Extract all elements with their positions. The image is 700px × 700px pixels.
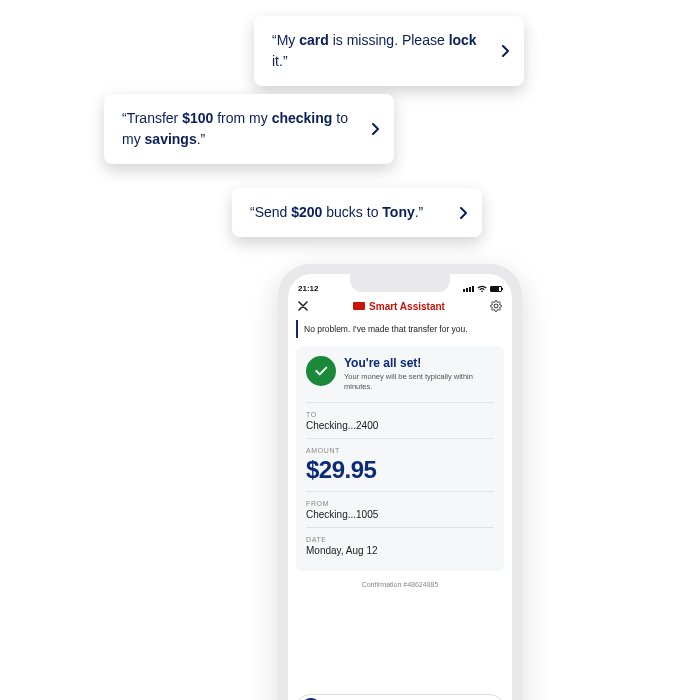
chevron-right-icon	[460, 207, 468, 219]
amount-label: AMOUNT	[306, 447, 494, 454]
chat-content: No problem. I've made that transfer for …	[288, 318, 512, 688]
to-label: TO	[306, 411, 494, 418]
from-value: Checking...1005	[306, 509, 494, 520]
battery-icon	[490, 286, 502, 292]
phone-frame: 21:12 Smart Assistant No problem. I've m…	[278, 264, 522, 700]
command-bubble-lock-card[interactable]: “My card is missing. Please lock it.”	[254, 16, 524, 86]
chevron-right-icon	[502, 45, 510, 57]
date-label: DATE	[306, 536, 494, 543]
bubble-text: “Transfer $100 from my checking to my sa…	[122, 110, 348, 147]
wifi-icon	[477, 285, 487, 293]
card-subtitle: Your money will be sent typically within…	[344, 372, 474, 392]
confirmation-number: Confirmation #48624885	[296, 581, 504, 588]
bubble-text: “My card is missing. Please lock it.”	[272, 32, 477, 69]
checkmark-icon	[306, 356, 336, 386]
row-date: DATE Monday, Aug 12	[306, 527, 494, 563]
chevron-right-icon	[372, 123, 380, 135]
row-amount: AMOUNT $29.95	[306, 438, 494, 491]
brand-flag-icon	[353, 302, 365, 310]
command-bubble-transfer[interactable]: “Transfer $100 from my checking to my sa…	[104, 94, 394, 164]
signal-icon	[463, 286, 474, 292]
to-value: Checking...2400	[306, 420, 494, 431]
assistant-message: No problem. I've made that transfer for …	[296, 320, 504, 338]
command-bubble-send-money[interactable]: “Send $200 bucks to Tony.”	[232, 188, 482, 237]
amount-value: $29.95	[306, 456, 494, 484]
settings-icon[interactable]	[490, 300, 502, 312]
card-title: You're all set!	[344, 356, 474, 370]
phone-screen: 21:12 Smart Assistant No problem. I've m…	[288, 274, 512, 700]
assistant-input[interactable]: U.S. Bank Smart Assistant	[296, 694, 504, 700]
confirmation-card: You're all set! Your money will be sent …	[296, 346, 504, 571]
close-icon[interactable]	[298, 301, 308, 311]
bubble-text: “Send $200 bucks to Tony.”	[250, 204, 423, 220]
date-value: Monday, Aug 12	[306, 545, 494, 556]
app-header: Smart Assistant	[288, 294, 512, 318]
app-title: Smart Assistant	[353, 301, 445, 312]
from-label: FROM	[306, 500, 494, 507]
status-bar: 21:12	[288, 274, 512, 294]
row-to: TO Checking...2400	[306, 402, 494, 438]
status-icons	[463, 285, 502, 293]
row-from: FROM Checking...1005	[306, 491, 494, 527]
status-time: 21:12	[298, 284, 318, 293]
